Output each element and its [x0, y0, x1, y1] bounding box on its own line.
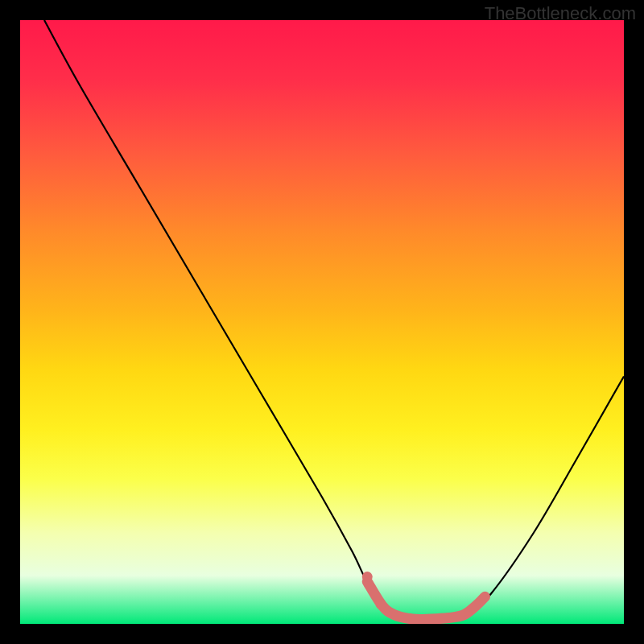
main-curve-line: [44, 20, 624, 621]
watermark-text: TheBottleneck.com: [485, 3, 636, 24]
highlight-dot: [376, 599, 386, 609]
chart-svg: [20, 20, 624, 624]
highlight-dot: [362, 572, 373, 582]
highlight-region-line: [367, 582, 485, 620]
plot-area: [20, 20, 624, 624]
